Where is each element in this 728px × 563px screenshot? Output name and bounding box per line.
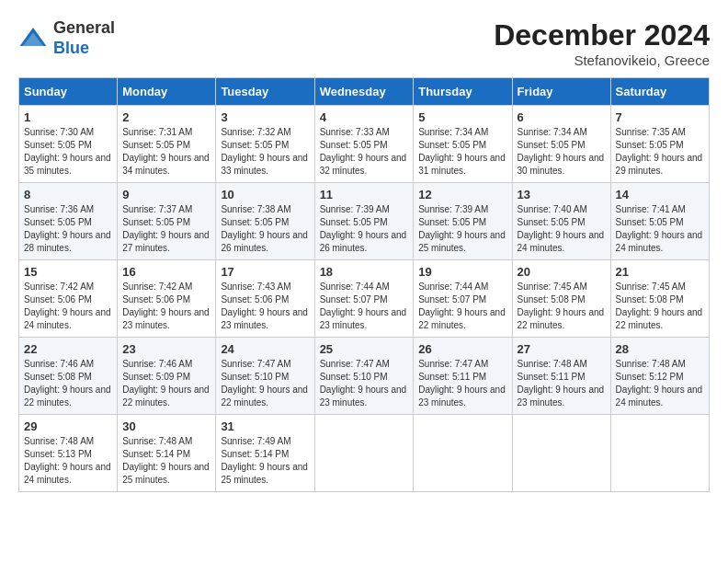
day-info: Sunrise: 7:42 AMSunset: 5:06 PMDaylight:… (24, 281, 112, 332)
day-number: 19 (418, 265, 506, 279)
day-info: Sunrise: 7:34 AMSunset: 5:05 PMDaylight:… (418, 126, 506, 178)
day-number: 21 (616, 265, 704, 279)
week-row-1: 1 Sunrise: 7:30 AMSunset: 5:05 PMDayligh… (19, 106, 710, 183)
day-info: Sunrise: 7:38 AMSunset: 5:05 PMDaylight:… (221, 203, 309, 255)
day-info: Sunrise: 7:36 AMSunset: 5:05 PMDaylight:… (24, 203, 112, 255)
day-cell: 28 Sunrise: 7:48 AMSunset: 5:12 PMDaylig… (610, 338, 709, 415)
weekday-header-wednesday: Wednesday (314, 78, 414, 106)
day-info: Sunrise: 7:48 AMSunset: 5:12 PMDaylight:… (616, 358, 704, 409)
day-info: Sunrise: 7:35 AMSunset: 5:05 PMDaylight:… (616, 126, 704, 178)
page-header: General Blue December 2024 Stefanovikeio… (18, 18, 710, 68)
day-cell: 9 Sunrise: 7:37 AMSunset: 5:05 PMDayligh… (118, 183, 216, 260)
day-cell (512, 415, 610, 492)
day-info: Sunrise: 7:44 AMSunset: 5:07 PMDaylight:… (418, 281, 506, 332)
day-cell: 31 Sunrise: 7:49 AMSunset: 5:14 PMDaylig… (216, 415, 314, 492)
day-cell: 21 Sunrise: 7:45 AMSunset: 5:08 PMDaylig… (610, 260, 709, 338)
day-number: 31 (221, 419, 309, 433)
day-info: Sunrise: 7:30 AMSunset: 5:05 PMDaylight:… (24, 126, 112, 178)
day-number: 20 (518, 265, 606, 279)
day-cell: 26 Sunrise: 7:47 AMSunset: 5:11 PMDaylig… (414, 338, 512, 415)
day-number: 3 (221, 110, 309, 124)
logo-icon (18, 24, 48, 53)
day-info: Sunrise: 7:34 AMSunset: 5:05 PMDaylight:… (518, 126, 606, 178)
day-cell: 15 Sunrise: 7:42 AMSunset: 5:06 PMDaylig… (19, 260, 118, 338)
day-info: Sunrise: 7:44 AMSunset: 5:07 PMDaylight:… (320, 281, 409, 332)
day-number: 14 (616, 188, 704, 201)
title-block: December 2024 Stefanovikeio, Greece (494, 18, 710, 68)
day-info: Sunrise: 7:39 AMSunset: 5:05 PMDaylight:… (320, 203, 409, 255)
day-info: Sunrise: 7:32 AMSunset: 5:05 PMDaylight:… (221, 126, 309, 178)
day-number: 8 (24, 188, 112, 201)
day-number: 10 (221, 188, 309, 201)
weekday-header-tuesday: Tuesday (216, 78, 314, 106)
day-cell: 20 Sunrise: 7:45 AMSunset: 5:08 PMDaylig… (512, 260, 610, 338)
week-row-4: 22 Sunrise: 7:46 AMSunset: 5:08 PMDaylig… (19, 338, 710, 415)
weekday-header-saturday: Saturday (610, 78, 709, 106)
day-number: 18 (320, 265, 409, 279)
day-number: 23 (122, 342, 210, 356)
month-title: December 2024 (494, 18, 710, 52)
calendar-table: SundayMondayTuesdayWednesdayThursdayFrid… (18, 77, 710, 492)
day-number: 16 (122, 265, 210, 279)
day-cell: 1 Sunrise: 7:30 AMSunset: 5:05 PMDayligh… (19, 106, 118, 183)
day-info: Sunrise: 7:33 AMSunset: 5:05 PMDaylight:… (320, 126, 409, 178)
day-cell: 11 Sunrise: 7:39 AMSunset: 5:05 PMDaylig… (314, 183, 414, 260)
day-number: 26 (418, 342, 506, 356)
location: Stefanovikeio, Greece (494, 52, 710, 68)
day-info: Sunrise: 7:48 AMSunset: 5:11 PMDaylight:… (518, 358, 606, 409)
week-row-2: 8 Sunrise: 7:36 AMSunset: 5:05 PMDayligh… (19, 183, 710, 260)
day-number: 22 (24, 342, 112, 356)
day-cell: 27 Sunrise: 7:48 AMSunset: 5:11 PMDaylig… (512, 338, 610, 415)
day-number: 7 (616, 110, 704, 124)
day-number: 27 (518, 342, 606, 356)
day-cell: 14 Sunrise: 7:41 AMSunset: 5:05 PMDaylig… (610, 183, 709, 260)
day-number: 9 (122, 188, 210, 201)
day-info: Sunrise: 7:45 AMSunset: 5:08 PMDaylight:… (616, 281, 704, 332)
day-cell: 13 Sunrise: 7:40 AMSunset: 5:05 PMDaylig… (512, 183, 610, 260)
weekday-header-thursday: Thursday (414, 78, 512, 106)
day-info: Sunrise: 7:49 AMSunset: 5:14 PMDaylight:… (221, 435, 309, 487)
day-cell: 22 Sunrise: 7:46 AMSunset: 5:08 PMDaylig… (19, 338, 118, 415)
day-cell (314, 415, 414, 492)
day-number: 15 (24, 265, 112, 279)
day-cell (414, 415, 512, 492)
day-info: Sunrise: 7:48 AMSunset: 5:13 PMDaylight:… (24, 435, 112, 487)
logo-text: General Blue (53, 18, 115, 58)
day-cell: 10 Sunrise: 7:38 AMSunset: 5:05 PMDaylig… (216, 183, 314, 260)
week-row-5: 29 Sunrise: 7:48 AMSunset: 5:13 PMDaylig… (19, 415, 710, 492)
day-cell: 2 Sunrise: 7:31 AMSunset: 5:05 PMDayligh… (118, 106, 216, 183)
day-info: Sunrise: 7:46 AMSunset: 5:09 PMDaylight:… (122, 358, 210, 409)
day-info: Sunrise: 7:41 AMSunset: 5:05 PMDaylight:… (616, 203, 704, 255)
day-number: 24 (221, 342, 309, 356)
weekday-header-row: SundayMondayTuesdayWednesdayThursdayFrid… (19, 78, 710, 106)
day-info: Sunrise: 7:47 AMSunset: 5:10 PMDaylight:… (221, 358, 309, 409)
day-cell: 8 Sunrise: 7:36 AMSunset: 5:05 PMDayligh… (19, 183, 118, 260)
day-number: 4 (320, 110, 409, 124)
day-cell: 17 Sunrise: 7:43 AMSunset: 5:06 PMDaylig… (216, 260, 314, 338)
day-cell: 7 Sunrise: 7:35 AMSunset: 5:05 PMDayligh… (610, 106, 709, 183)
day-number: 6 (518, 110, 606, 124)
day-cell (610, 415, 709, 492)
day-number: 11 (320, 188, 409, 201)
day-info: Sunrise: 7:39 AMSunset: 5:05 PMDaylight:… (418, 203, 506, 255)
day-cell: 19 Sunrise: 7:44 AMSunset: 5:07 PMDaylig… (414, 260, 512, 338)
day-cell: 6 Sunrise: 7:34 AMSunset: 5:05 PMDayligh… (512, 106, 610, 183)
day-cell: 3 Sunrise: 7:32 AMSunset: 5:05 PMDayligh… (216, 106, 314, 183)
day-info: Sunrise: 7:46 AMSunset: 5:08 PMDaylight:… (24, 358, 112, 409)
day-cell: 16 Sunrise: 7:42 AMSunset: 5:06 PMDaylig… (118, 260, 216, 338)
day-number: 28 (616, 342, 704, 356)
day-info: Sunrise: 7:37 AMSunset: 5:05 PMDaylight:… (122, 203, 210, 255)
day-number: 17 (221, 265, 309, 279)
weekday-header-friday: Friday (512, 78, 610, 106)
day-info: Sunrise: 7:47 AMSunset: 5:11 PMDaylight:… (418, 358, 506, 409)
day-number: 1 (24, 110, 112, 124)
weekday-header-monday: Monday (118, 78, 216, 106)
day-number: 12 (418, 188, 506, 201)
logo: General Blue (18, 18, 115, 58)
day-cell: 18 Sunrise: 7:44 AMSunset: 5:07 PMDaylig… (314, 260, 414, 338)
day-cell: 12 Sunrise: 7:39 AMSunset: 5:05 PMDaylig… (414, 183, 512, 260)
day-cell: 23 Sunrise: 7:46 AMSunset: 5:09 PMDaylig… (118, 338, 216, 415)
weekday-header-sunday: Sunday (19, 78, 118, 106)
day-info: Sunrise: 7:48 AMSunset: 5:14 PMDaylight:… (122, 435, 210, 487)
day-number: 30 (122, 419, 210, 433)
